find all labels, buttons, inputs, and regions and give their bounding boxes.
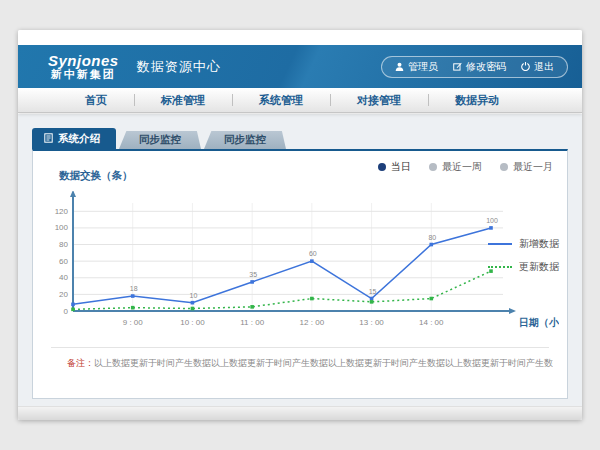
data-point-marker xyxy=(131,306,135,310)
data-point-marker xyxy=(370,300,374,304)
x-tick-label: 14 : 00 xyxy=(419,318,444,327)
y-tick-label: 100 xyxy=(55,223,69,232)
filter-last-week[interactable]: 最近一周 xyxy=(429,160,482,174)
tab-sync-monitor-1[interactable]: 同步监控 xyxy=(119,131,201,149)
nav-item-home[interactable]: 首页 xyxy=(58,93,134,108)
legend-updated-data-label: 更新数据 xyxy=(519,260,559,274)
x-tick-label: 11 : 00 xyxy=(240,318,264,327)
solid-line-swatch-icon xyxy=(488,243,512,245)
logout-button[interactable]: 退出 xyxy=(521,60,554,74)
data-point-marker xyxy=(71,308,75,312)
x-axis-arrow-icon xyxy=(509,308,516,314)
data-point-label: 10 xyxy=(190,292,198,299)
note-text: 以上数据更新于时间产生数据以上数据更新于时间产生数据以上数据更新于时间产生数据以… xyxy=(94,358,553,368)
legend-item-new-data: 新增数据 xyxy=(488,237,559,251)
data-point-label: 100 xyxy=(486,217,498,224)
change-password-label: 修改密码 xyxy=(466,60,506,74)
x-tick-label: 10 : 00 xyxy=(180,318,205,327)
filter-last-week-label: 最近一周 xyxy=(442,160,482,174)
logout-label: 退出 xyxy=(534,60,554,74)
data-point-marker xyxy=(191,307,195,311)
tab-system-intro-label: 系统介绍 xyxy=(58,132,100,146)
x-axis-title: 日期（小时） xyxy=(519,317,559,328)
app-title: 数据资源中心 xyxy=(137,58,221,76)
window-top-strip xyxy=(18,30,582,45)
data-point-marker xyxy=(310,297,314,301)
data-point-label: 80 xyxy=(428,234,436,241)
nav-item-standard-mgmt[interactable]: 标准管理 xyxy=(134,93,232,108)
tab-sync-monitor-2[interactable]: 同步监控 xyxy=(204,131,286,149)
tab-bar: 系统介绍 同步监控 同步监控 xyxy=(32,128,568,149)
legend-item-updated-data: 更新数据 xyxy=(488,260,559,274)
logo-brand-text: Synjones xyxy=(48,53,119,69)
footer-note: 备注：以上数据更新于时间产生数据以上数据更新于时间产生数据以上数据更新于时间产生… xyxy=(67,357,553,370)
content-area: 系统介绍 同步监控 同步监控 当日 最近一周 xyxy=(18,114,582,420)
filter-last-month-label: 最近一月 xyxy=(513,160,553,174)
data-point-marker xyxy=(250,305,254,309)
y-tick-label: 120 xyxy=(55,207,69,216)
x-tick-label: 9 : 00 xyxy=(123,318,144,327)
change-password-button[interactable]: 修改密码 xyxy=(453,60,506,74)
filter-last-month[interactable]: 最近一月 xyxy=(500,160,553,174)
nav-item-system-mgmt[interactable]: 系统管理 xyxy=(232,93,330,108)
radio-unselected-icon xyxy=(500,163,508,171)
y-tick-label: 80 xyxy=(59,240,68,249)
data-point-marker xyxy=(131,294,135,298)
legend-new-data-label: 新增数据 xyxy=(519,237,559,251)
main-nav: 首页 标准管理 系统管理 对接管理 数据异动 xyxy=(18,88,582,113)
tab-sync-monitor-2-label: 同步监控 xyxy=(224,133,266,147)
tab-system-intro[interactable]: 系统介绍 xyxy=(32,128,116,149)
data-point-marker xyxy=(250,280,254,284)
x-tick-label: 13 : 00 xyxy=(359,318,384,327)
chart-svg: 0204060801001209 : 0010 : 0011 : 0012 : … xyxy=(43,191,559,333)
document-icon xyxy=(44,133,53,145)
radio-unselected-icon xyxy=(429,163,437,171)
data-point-label: 35 xyxy=(249,271,257,278)
data-point-marker xyxy=(429,243,433,247)
y-axis-arrow-icon xyxy=(70,191,76,197)
data-point-marker xyxy=(310,259,314,263)
edit-icon xyxy=(453,62,462,71)
app-window: Synjones 新中新集团 数据资源中心 管理员 修改密码 退出 xyxy=(18,30,582,420)
window-footer-strip xyxy=(18,406,582,420)
power-icon xyxy=(521,62,530,71)
y-tick-label: 20 xyxy=(59,290,68,299)
data-point-label: 15 xyxy=(369,288,377,295)
chart-panel: 当日 最近一周 最近一月 数据交换（条） 0204060801001209 : … xyxy=(32,149,568,399)
y-axis-title: 数据交换（条） xyxy=(59,169,133,183)
data-point-marker xyxy=(489,226,493,230)
data-point-label: 18 xyxy=(130,285,138,292)
logo-company-name: 新中新集团 xyxy=(48,69,119,81)
chart-legend: 新增数据 更新数据 xyxy=(488,237,559,274)
y-tick-label: 60 xyxy=(59,257,68,266)
x-tick-label: 12 : 00 xyxy=(300,318,325,327)
data-point-marker xyxy=(191,301,195,305)
y-tick-label: 0 xyxy=(64,307,69,316)
nav-item-interface-mgmt[interactable]: 对接管理 xyxy=(330,93,428,108)
time-range-filters: 当日 最近一周 最近一月 xyxy=(378,160,553,174)
nav-item-data-change[interactable]: 数据异动 xyxy=(428,93,526,108)
data-point-marker xyxy=(370,297,374,301)
line-chart: 0204060801001209 : 0010 : 0011 : 0012 : … xyxy=(43,191,559,337)
user-icon xyxy=(395,62,404,71)
admin-user-button[interactable]: 管理员 xyxy=(395,60,438,74)
filter-today-label: 当日 xyxy=(391,160,411,174)
admin-user-label: 管理员 xyxy=(408,60,438,74)
radio-selected-icon xyxy=(378,163,386,171)
y-tick-label: 40 xyxy=(59,273,68,282)
filter-today[interactable]: 当日 xyxy=(378,160,411,174)
data-point-marker xyxy=(429,297,433,301)
data-point-label: 60 xyxy=(309,250,317,257)
app-header: Synjones 新中新集团 数据资源中心 管理员 修改密码 退出 xyxy=(18,45,582,88)
panel-divider xyxy=(51,347,549,348)
dotted-line-swatch-icon xyxy=(488,266,512,268)
user-menu: 管理员 修改密码 退出 xyxy=(381,56,568,78)
company-logo: Synjones 新中新集团 xyxy=(48,53,119,80)
data-point-marker xyxy=(71,303,75,307)
tab-sync-monitor-1-label: 同步监控 xyxy=(139,133,181,147)
note-prefix: 备注： xyxy=(67,358,94,368)
